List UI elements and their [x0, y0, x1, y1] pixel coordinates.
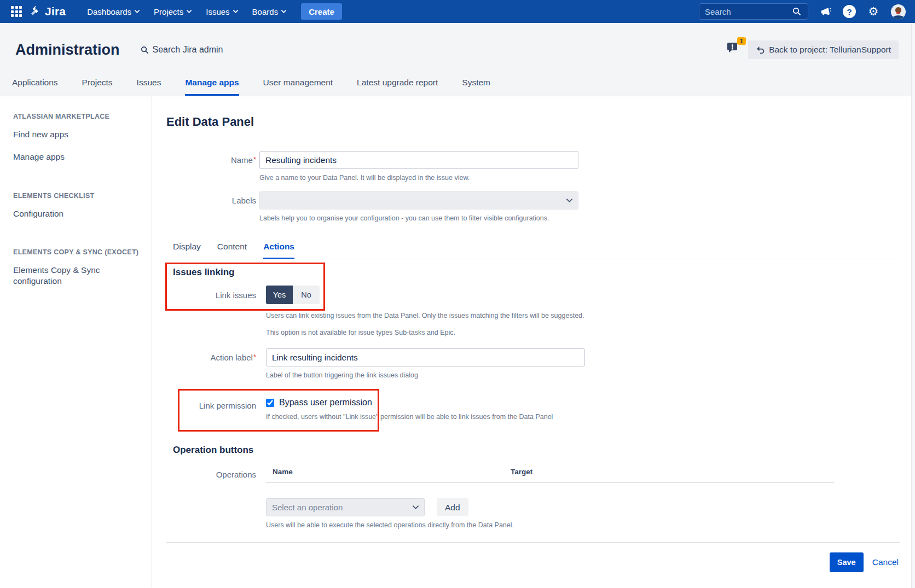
feedback-notification-icon[interactable]: 1: [726, 42, 740, 57]
save-button[interactable]: Save: [830, 552, 864, 572]
operations-column-name: Name: [273, 468, 511, 476]
create-button[interactable]: Create: [301, 3, 342, 20]
nav-projects[interactable]: Projects: [147, 0, 199, 23]
link-issues-note-text: This option is not available for issue t…: [266, 329, 900, 336]
sidebar-item-find-new-apps[interactable]: Find new apps: [13, 129, 131, 139]
tab-actions[interactable]: Actions: [263, 242, 294, 259]
labels-help-text: Labels help you to organise your configu…: [259, 214, 900, 222]
labels-select[interactable]: [259, 191, 578, 209]
nav-issues[interactable]: Issues: [199, 0, 245, 23]
link-permission-section: Link permission Bypass user permission I…: [166, 398, 900, 421]
tab-applications[interactable]: Applications: [12, 78, 58, 96]
issues-linking-section: Issues linking Link issues Yes No: [166, 267, 900, 304]
tab-system[interactable]: System: [462, 78, 490, 96]
chevron-down-icon: [187, 10, 192, 13]
admin-sidebar: ATLASSIAN MARKETPLACE Find new apps Mana…: [0, 96, 152, 587]
link-issues-toggle: Yes No: [266, 286, 320, 304]
name-label: Name*: [166, 155, 256, 165]
search-icon: [141, 46, 149, 54]
sidebar-item-configuration[interactable]: Configuration: [13, 208, 131, 219]
tab-display[interactable]: Display: [173, 242, 201, 259]
edit-data-panel-title: Edit Data Panel: [166, 115, 900, 129]
main-content: Edit Data Panel Name* Give a name to you…: [152, 96, 915, 587]
nav-boards[interactable]: Boards: [245, 0, 294, 23]
action-label-label: Action label*: [166, 353, 256, 362]
link-issues-no-button[interactable]: No: [293, 286, 320, 304]
chevron-down-icon: [233, 10, 238, 13]
link-permission-help-text: If checked, users without "Link issue" p…: [266, 413, 553, 421]
chevron-down-icon: [413, 505, 419, 509]
nav-dashboards[interactable]: Dashboards: [80, 0, 147, 23]
bypass-permission-checkbox[interactable]: [266, 399, 274, 407]
tab-manage-apps[interactable]: Manage apps: [185, 78, 239, 96]
operation-buttons-heading: Operation buttons: [166, 445, 900, 456]
action-label-help-text: Label of the button triggering the link …: [266, 371, 900, 379]
tab-content[interactable]: Content: [217, 242, 247, 259]
jira-logo[interactable]: Jira: [30, 4, 66, 19]
announcements-icon[interactable]: [818, 4, 832, 19]
operations-table-header: Name Target: [266, 468, 834, 483]
back-to-project-button[interactable]: Back to project: TellurianSupport: [748, 40, 899, 59]
help-icon[interactable]: ?: [842, 4, 856, 19]
bypass-permission-checkbox-label: Bypass user permission: [279, 398, 372, 407]
notification-badge: 1: [737, 37, 746, 45]
sidebar-section-elements-checklist: ELEMENTS CHECKLIST: [13, 192, 141, 200]
chevron-down-icon: [281, 10, 286, 13]
global-search-input[interactable]: [705, 7, 792, 16]
chevron-down-icon: [135, 10, 140, 13]
admin-header: Administration Search Jira admin 1 Back …: [0, 23, 915, 96]
sidebar-item-manage-apps[interactable]: Manage apps: [13, 152, 131, 162]
sidebar-section-elements-copy-sync: ELEMENTS COPY & SYNC (EXOCET): [13, 248, 141, 256]
page-title: Administration: [15, 42, 120, 59]
admin-search[interactable]: Search Jira admin: [141, 45, 223, 55]
app-switcher-icon[interactable]: [11, 6, 22, 17]
tab-latest-upgrade-report[interactable]: Latest upgrade report: [357, 78, 438, 96]
action-label-input[interactable]: [266, 348, 585, 366]
page-scrollbar[interactable]: [911, 23, 915, 588]
tab-issues[interactable]: Issues: [137, 78, 161, 96]
tab-projects[interactable]: Projects: [82, 78, 113, 96]
global-search[interactable]: [699, 3, 808, 20]
name-input[interactable]: [259, 151, 578, 169]
top-navbar: Jira Dashboards Projects Issues Boards C…: [0, 0, 915, 23]
panel-tab-bar: Display Content Actions: [166, 242, 900, 259]
sidebar-item-copy-sync-configuration[interactable]: Elements Copy & Sync configuration: [13, 265, 131, 286]
jira-logo-text: Jira: [45, 5, 66, 18]
search-icon: [792, 7, 801, 16]
operations-label: Operations: [166, 468, 256, 479]
operations-column-target: Target: [511, 468, 532, 476]
cancel-link[interactable]: Cancel: [872, 557, 899, 567]
operation-select[interactable]: Select an operation: [266, 498, 425, 516]
settings-gear-icon[interactable]: ⚙: [866, 4, 881, 19]
name-help-text: Give a name to your Data Panel. It will …: [259, 174, 900, 182]
admin-tab-bar: Applications Projects Issues Manage apps…: [0, 78, 915, 96]
add-operation-button[interactable]: Add: [437, 498, 468, 516]
sidebar-section-marketplace: ATLASSIAN MARKETPLACE: [13, 113, 141, 120]
chevron-down-icon: [566, 199, 572, 202]
return-arrow-icon: [756, 46, 765, 54]
link-issues-label: Link issues: [166, 290, 256, 300]
link-issues-yes-button[interactable]: Yes: [266, 286, 293, 304]
operations-help-text: Users will be able to execute the select…: [266, 521, 834, 529]
link-permission-label: Link permission: [166, 398, 256, 410]
user-avatar[interactable]: [890, 4, 906, 20]
tab-user-management[interactable]: User management: [263, 78, 333, 96]
link-issues-help-text: Users can link existing issues from the …: [266, 312, 900, 319]
jira-logo-icon: [30, 4, 42, 19]
labels-label: Labels: [166, 196, 256, 205]
issues-linking-heading: Issues linking: [173, 267, 900, 278]
